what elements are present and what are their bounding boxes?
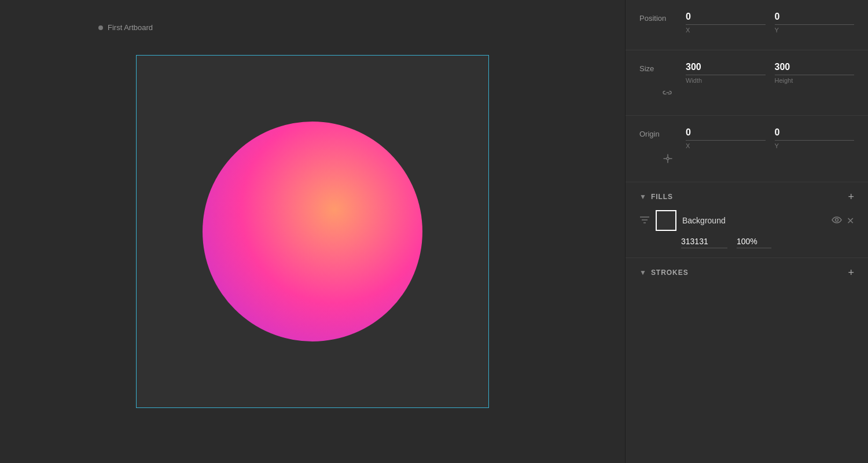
position-x-group: 0 X [686,12,766,34]
fills-add-icon[interactable]: + [848,192,854,202]
position-y-group: 0 Y [775,12,855,34]
size-section: Size 300 Width 300 Height [626,50,868,116]
size-height-label: Height [775,77,855,84]
position-section: Position 0 X 0 Y [626,0,868,50]
link-icon-row [639,89,854,99]
position-x-value[interactable]: 0 [686,12,766,25]
origin-icon-cell [639,154,663,155]
fills-title-group: ▼ FILLS [639,193,673,201]
svg-point-8 [836,219,838,222]
fill-opacity-value[interactable]: 100% [737,237,771,248]
origin-x-group: 0 X [686,127,766,149]
fill-filter-icon[interactable] [639,216,650,226]
fill-name-label: Background [682,216,826,225]
fill-color-swatch[interactable] [656,210,676,231]
strokes-title-group: ▼ STROKES [639,269,689,277]
fill-hex-value[interactable]: 313131 [681,237,727,248]
fill-delete-icon[interactable]: ✕ [847,215,854,226]
link-icon-cell [639,89,663,90]
size-width-group: 300 Width [686,62,766,84]
strokes-section: ▼ STROKES + [626,258,868,295]
position-fields: 0 X 0 Y [686,12,854,34]
origin-y-value[interactable]: 0 [775,127,855,141]
position-row: Position 0 X 0 Y [639,12,854,34]
artboard[interactable] [136,55,489,408]
origin-x-label: X [686,142,766,149]
strokes-header: ▼ STROKES + [639,267,854,278]
origin-row: Origin 0 X 0 Y [639,127,854,149]
position-label: Position [639,12,686,23]
fill-visibility-icon[interactable] [832,215,842,226]
svg-point-0 [667,157,669,160]
artboard-dot [98,25,103,30]
fills-header: ▼ FILLS + [639,192,854,202]
size-row: Size 300 Width 300 Height [639,62,854,84]
strokes-chevron-icon[interactable]: ▼ [639,269,646,277]
size-label: Size [639,62,686,73]
size-width-value[interactable]: 300 [686,62,766,75]
size-height-group: 300 Height [775,62,855,84]
fill-item-row: Background ✕ [639,210,854,231]
strokes-title: STROKES [651,269,689,277]
origin-fields: 0 X 0 Y [686,127,854,149]
artboard-label: First Artboard [98,23,153,32]
origin-section: Origin 0 X 0 Y [626,116,868,182]
size-fields: 300 Width 300 Height [686,62,854,84]
artboard-name: First Artboard [108,23,153,32]
size-height-value[interactable]: 300 [775,62,855,75]
origin-x-value[interactable]: 0 [686,127,766,141]
origin-y-group: 0 Y [775,127,855,149]
fills-title: FILLS [651,193,673,201]
canvas-area: First Artboard [0,0,625,463]
fills-section: ▼ FILLS + Background [626,182,868,258]
right-panel: Position 0 X 0 Y Size 300 Width [625,0,868,463]
strokes-add-icon[interactable]: + [848,267,854,278]
origin-icon-row [639,154,854,166]
size-width-label: Width [686,77,766,84]
fills-chevron-icon[interactable]: ▼ [639,193,646,201]
origin-y-label: Y [775,142,855,149]
circle-gradient [203,122,422,341]
link-icon[interactable] [663,89,673,99]
position-x-label: X [686,27,766,34]
position-y-value[interactable]: 0 [775,12,855,25]
origin-icon[interactable] [663,154,673,166]
position-y-label: Y [775,27,855,34]
origin-label: Origin [639,127,686,138]
fill-actions: ✕ [832,215,854,226]
fill-hex-row: 313131 100% [639,237,854,248]
